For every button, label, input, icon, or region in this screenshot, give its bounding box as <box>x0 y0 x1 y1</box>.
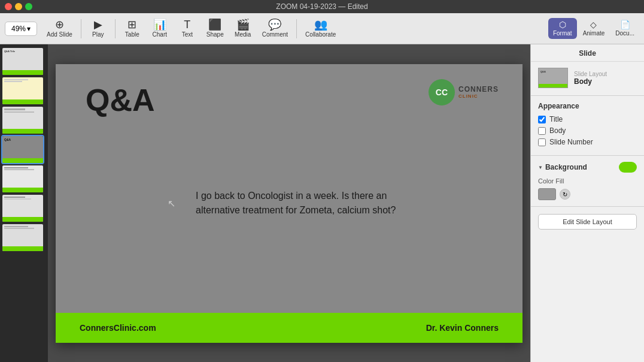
background-color-toggle[interactable] <box>619 162 637 173</box>
animate-label: Animate <box>583 30 605 37</box>
footer-right-text: Dr. Kevin Conners <box>426 323 499 333</box>
edit-layout-button[interactable]: Edit Slide Layout <box>538 214 637 230</box>
slide-footer: ConnersClinic.com Dr. Kevin Conners <box>56 313 523 343</box>
chart-button[interactable]: 📊 Chart <box>147 17 173 40</box>
toolbar: 49% ▾ ⊕ Add Slide ▶ Play ⊞ Table 📊 Chart… <box>0 13 644 44</box>
collaborate-button[interactable]: 👥 Collaborate <box>300 17 341 40</box>
canvas-area[interactable]: Q&A CC CONNERS CLINIC I go back to Oncol… <box>48 44 530 362</box>
toolbar-separator-3 <box>296 19 297 38</box>
body-checkbox-label: Body <box>549 126 566 135</box>
layout-info: Slide Layout Body <box>574 71 607 86</box>
zoom-arrow-icon: ▾ <box>27 25 31 33</box>
right-panel: Slide Q&A Slide Layout Body Appearance T… <box>530 44 644 362</box>
format-button[interactable]: ⬡ Format <box>548 18 577 39</box>
slide-thumbnail-3[interactable] <box>2 107 43 134</box>
logo-circle: CC <box>429 79 455 105</box>
add-slide-icon: ⊕ <box>55 19 64 30</box>
color-fill-row: ↻ <box>538 188 637 200</box>
shape-icon: ⬛ <box>208 19 221 30</box>
zoom-control[interactable]: 49% ▾ <box>5 22 37 36</box>
slide-body-text[interactable]: I go back to Oncologist in a week. Is th… <box>196 189 429 218</box>
animate-icon: ◇ <box>590 20 597 29</box>
format-label: Format <box>553 30 572 37</box>
slide-canvas[interactable]: Q&A CC CONNERS CLINIC I go back to Oncol… <box>56 64 523 343</box>
slide-thumbnail-2[interactable] <box>2 77 43 104</box>
window-title: ZOOM 04-19-2023 — Edited <box>276 2 367 11</box>
media-icon: 🎬 <box>236 19 250 30</box>
slide-number-checkbox-label: Slide Number <box>549 138 593 146</box>
appearance-title: Appearance <box>538 102 637 110</box>
color-swatch[interactable] <box>538 188 556 200</box>
table-label: Table <box>125 31 139 38</box>
slide-number-checkbox[interactable] <box>538 138 546 146</box>
close-button[interactable] <box>5 3 12 10</box>
footer-left-text: ConnersClinic.com <box>80 323 156 333</box>
right-panel-title: Slide <box>531 44 644 62</box>
play-icon: ▶ <box>94 19 102 30</box>
toolbar-right: ⬡ Format ◇ Animate 📄 Docu... <box>548 18 639 39</box>
document-button[interactable]: 📄 Docu... <box>610 18 639 39</box>
toolbar-separator-2 <box>115 19 116 38</box>
minimize-button[interactable] <box>15 3 22 10</box>
background-label: Background <box>545 163 587 171</box>
appearance-section: Appearance Title Body Slide Number <box>531 97 644 154</box>
thumbnail-panel: Q&A Title <box>0 44 48 362</box>
background-expand-icon[interactable]: ▼ <box>538 165 543 170</box>
zoom-value: 49% <box>11 25 26 33</box>
background-title: ▼ Background <box>538 163 587 171</box>
animate-button[interactable]: ◇ Animate <box>578 18 610 39</box>
color-fill-label: Color Fill <box>538 177 637 185</box>
chart-icon: 📊 <box>153 19 166 30</box>
comment-label: Comment <box>262 31 288 38</box>
slide-logo: CC CONNERS CLINIC <box>429 79 499 105</box>
layout-label: Slide Layout <box>574 71 607 77</box>
shape-label: Shape <box>206 31 224 38</box>
play-button[interactable]: ▶ Play <box>85 17 111 40</box>
text-icon: T <box>184 19 190 30</box>
slide-thumbnail-5[interactable] <box>2 165 43 192</box>
background-section: ▼ Background Color Fill ↻ <box>531 157 644 205</box>
toolbar-separator-1 <box>81 19 81 38</box>
media-button[interactable]: 🎬 Media <box>230 17 256 40</box>
layout-thumb-bar <box>539 84 567 88</box>
logo-sub: CLINIC <box>458 93 499 99</box>
body-checkbox[interactable] <box>538 127 546 135</box>
slide-title[interactable]: Q&A <box>86 82 155 118</box>
table-button[interactable]: ⊞ Table <box>119 17 145 40</box>
chart-label: Chart <box>153 31 167 38</box>
table-icon: ⊞ <box>127 19 136 30</box>
format-icon: ⬡ <box>559 20 566 29</box>
layout-thumb-title: Q&A <box>540 70 546 73</box>
section-divider-2 <box>531 155 644 156</box>
slide-thumbnail-7[interactable] <box>2 224 43 251</box>
main-area: Q&A Title <box>0 44 644 362</box>
logo-initials: CC <box>436 88 448 97</box>
fullscreen-button[interactable] <box>25 3 32 10</box>
play-label: Play <box>92 31 104 38</box>
collaborate-icon: 👥 <box>314 19 327 30</box>
background-header: ▼ Background <box>538 162 637 173</box>
title-bar: ZOOM 04-19-2023 — Edited <box>0 0 644 13</box>
title-checkbox-label: Title <box>549 115 563 123</box>
title-checkbox-row: Title <box>538 115 637 123</box>
title-checkbox[interactable] <box>538 116 546 123</box>
slide-thumbnail-6[interactable] <box>2 195 43 222</box>
slide-thumbnail-1[interactable]: Q&A Title <box>2 48 43 75</box>
text-label: Text <box>182 31 193 38</box>
document-label: Docu... <box>615 30 634 37</box>
comment-button[interactable]: 💬 Comment <box>257 17 293 40</box>
document-icon: 📄 <box>620 20 630 29</box>
layout-row: Q&A Slide Layout Body <box>531 62 644 94</box>
color-refresh-icon[interactable]: ↻ <box>560 189 570 200</box>
logo-text: CONNERS CLINIC <box>458 85 499 99</box>
section-divider-1 <box>531 95 644 96</box>
layout-value: Body <box>574 77 607 86</box>
collaborate-label: Collaborate <box>305 31 336 38</box>
slide-thumbnail-4[interactable]: Q&A <box>2 136 43 163</box>
shape-button[interactable]: ⬛ Shape <box>202 17 229 40</box>
add-slide-button[interactable]: ⊕ Add Slide <box>42 17 77 40</box>
section-divider-3 <box>531 206 644 207</box>
logo-name: CONNERS <box>458 85 499 93</box>
comment-icon: 💬 <box>268 19 281 30</box>
text-button[interactable]: T Text <box>174 17 201 40</box>
